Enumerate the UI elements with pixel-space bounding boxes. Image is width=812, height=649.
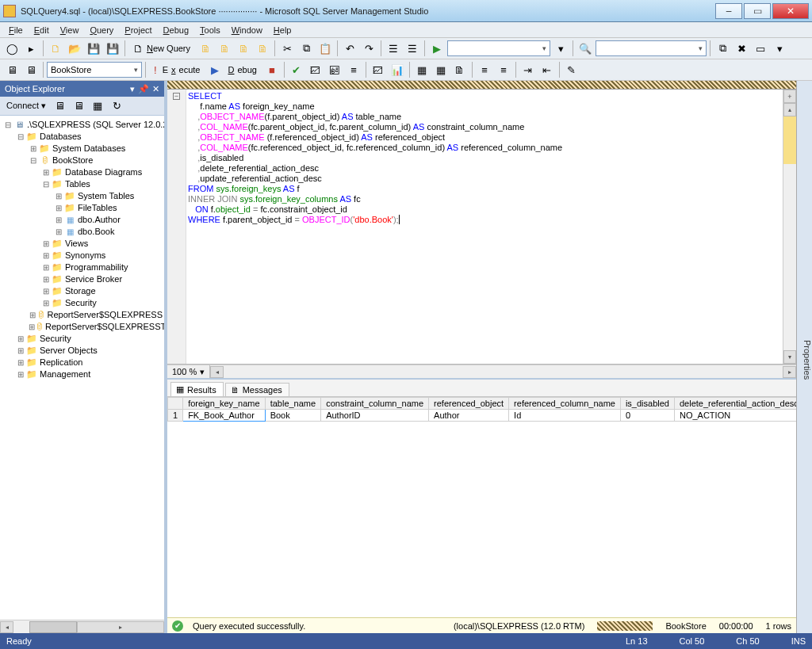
oe-refresh-icon[interactable]: ↻	[108, 97, 125, 115]
tb-icon-4[interactable]: 🗎	[254, 40, 271, 57]
tree-server[interactable]: .\SQLEXPRESS (SQL Server 12.0.2269 - A	[27, 120, 164, 129]
minimize-button[interactable]: –	[715, 3, 742, 19]
tree-reportservertmp[interactable]: ReportServer$SQLEXPRESSTemp	[45, 321, 164, 333]
properties-tab[interactable]: Properties	[796, 81, 812, 633]
tree-system-databases[interactable]: System Databases	[52, 143, 125, 155]
autohide-pin-icon[interactable]: 📌	[138, 84, 149, 94]
tb-icon-7[interactable]: ▾	[552, 40, 569, 57]
change-connection-button[interactable]: 🖥	[3, 61, 21, 78]
tree-bookstore[interactable]: BookStore	[52, 155, 93, 165]
tb-icon-10[interactable]: ▭	[752, 40, 769, 57]
comment-button[interactable]: ≡	[476, 61, 493, 78]
tb-icon-6[interactable]: ☰	[404, 40, 421, 57]
menu-tools[interactable]: Tools	[194, 24, 226, 36]
tree-storage[interactable]: Storage	[65, 285, 96, 297]
undo-button[interactable]: ↶	[341, 40, 358, 57]
editor-horizontal-scrollbar[interactable]: 100 %▾ ◂ ▸	[167, 365, 796, 378]
stop-button[interactable]: ■	[263, 61, 281, 78]
tree-dbo-author[interactable]: dbo.Author	[78, 214, 121, 226]
estimated-plan-button[interactable]: 🗠	[307, 61, 324, 78]
database-combo[interactable]: BookStore	[47, 62, 142, 78]
paste-button[interactable]: 📋	[316, 40, 334, 57]
sql-editor[interactable]: − SELECT f.name AS foreign_key_name ,OBJ…	[167, 90, 796, 365]
tree-dbo-book[interactable]: dbo.Book	[78, 226, 114, 238]
zoom-combo[interactable]: 100 %▾	[167, 365, 210, 378]
tree-synonyms[interactable]: Synonyms	[65, 250, 105, 262]
tree-views[interactable]: Views	[65, 238, 88, 250]
tree-tables[interactable]: Tables	[65, 179, 90, 189]
tb-icon-5[interactable]: ☰	[385, 40, 402, 57]
cut-button[interactable]: ✂	[278, 40, 296, 57]
editor-vertical-scrollbar[interactable]: + ▴ ▾	[783, 90, 796, 364]
tree-serverobjects[interactable]: Server Objects	[40, 345, 98, 357]
actual-plan-button[interactable]: 🗠	[370, 61, 387, 78]
oe-icon-1[interactable]: 🖥	[51, 97, 68, 115]
tb-icon-2[interactable]: 🗎	[216, 40, 233, 57]
tree-databases[interactable]: Databases	[40, 132, 82, 141]
nav-fwd-button[interactable]: ▸	[22, 40, 40, 57]
intellisense-button[interactable]: ≡	[345, 61, 362, 78]
nav-back-button[interactable]: ◯	[3, 40, 21, 57]
fold-icon[interactable]: −	[173, 93, 180, 100]
tree-dbdiagrams[interactable]: Database Diagrams	[65, 166, 142, 178]
results-grid-button[interactable]: ▦	[432, 61, 450, 78]
disconnect-button[interactable]: 🖥	[22, 61, 40, 78]
close-panel-icon[interactable]: ✕	[152, 84, 159, 94]
menu-project[interactable]: Project	[119, 24, 157, 36]
tree-management[interactable]: Management	[40, 368, 90, 380]
tree-reportserver[interactable]: ReportServer$SQLEXPRESS	[47, 309, 163, 321]
tb-icon-9[interactable]: ✖	[733, 40, 750, 57]
pin-icon[interactable]: ▾	[130, 84, 135, 94]
new-project-button[interactable]: 🗋	[47, 40, 64, 57]
close-button[interactable]: ✕	[772, 3, 809, 19]
results-file-button[interactable]: 🗎	[451, 61, 469, 78]
save-button[interactable]: 💾	[85, 40, 102, 57]
redo-button[interactable]: ↷	[360, 40, 377, 57]
tree-filetables[interactable]: FileTables	[78, 202, 117, 214]
parse-button[interactable]: ✔	[288, 61, 305, 78]
uncomment-button[interactable]: ≡	[495, 61, 512, 78]
results-text-button[interactable]: ▦	[413, 61, 431, 78]
tb-icon-1[interactable]: 🗎	[197, 40, 214, 57]
debug-button[interactable]: ▶ Debug	[206, 63, 262, 78]
tb-icon-11[interactable]: ▾	[771, 40, 788, 57]
open-button[interactable]: 📂	[66, 40, 83, 57]
object-explorer-tree[interactable]: ⊟🖥.\SQLEXPRESS (SQL Server 12.0.2269 - A…	[0, 116, 164, 620]
find-combo[interactable]	[596, 40, 707, 56]
menu-edit[interactable]: Edit	[29, 24, 55, 36]
results-row[interactable]: 1 FK_Book_Author Book AuthorID Author Id…	[168, 410, 797, 422]
results-grid[interactable]: foreign_key_name table_name constraint_c…	[167, 397, 796, 617]
menu-help[interactable]: Help	[268, 24, 297, 36]
tree-systables[interactable]: System Tables	[78, 190, 134, 202]
tb-icon-8[interactable]: ⧉	[714, 40, 731, 57]
outdent-button[interactable]: ⇤	[538, 61, 556, 78]
tab-results[interactable]: ▦Results	[170, 382, 224, 396]
tree-replication[interactable]: Replication	[40, 357, 82, 368]
query-options-button[interactable]: 🗟	[326, 61, 343, 78]
specify-values-button[interactable]: ✎	[563, 61, 580, 78]
oe-filter-icon[interactable]: ▦	[89, 97, 106, 115]
menu-view[interactable]: View	[55, 24, 85, 36]
menu-query[interactable]: Query	[84, 24, 119, 36]
tree-security[interactable]: Security	[40, 333, 71, 345]
oe-icon-2[interactable]: 🖥	[70, 97, 87, 115]
solution-combo[interactable]	[447, 40, 550, 56]
tree-servicebroker[interactable]: Service Broker	[65, 273, 122, 285]
tree-programmability[interactable]: Programmability	[65, 262, 128, 273]
start-button[interactable]: ▶	[428, 40, 446, 57]
tab-messages[interactable]: 🗎Messages	[225, 383, 289, 396]
save-all-button[interactable]: 💾	[104, 40, 121, 57]
tb-icon-3[interactable]: 🗎	[235, 40, 252, 57]
copy-button[interactable]: ⧉	[297, 40, 315, 57]
find-button[interactable]: 🔍	[576, 40, 594, 57]
indent-button[interactable]: ⇥	[519, 61, 537, 78]
code-area[interactable]: SELECT f.name AS foreign_key_name ,OBJEC…	[186, 90, 783, 364]
menu-window[interactable]: Window	[226, 24, 268, 36]
maximize-button[interactable]: ▭	[744, 3, 771, 19]
menu-debug[interactable]: Debug	[158, 24, 194, 36]
execute-button[interactable]: ! Execute	[149, 63, 205, 78]
menu-file[interactable]: File	[3, 24, 29, 36]
new-query-button[interactable]: 🗋New Query	[128, 41, 195, 56]
connect-button[interactable]: Connect ▾	[3, 99, 49, 113]
oe-horizontal-scrollbar[interactable]: ◂▸	[0, 620, 164, 633]
